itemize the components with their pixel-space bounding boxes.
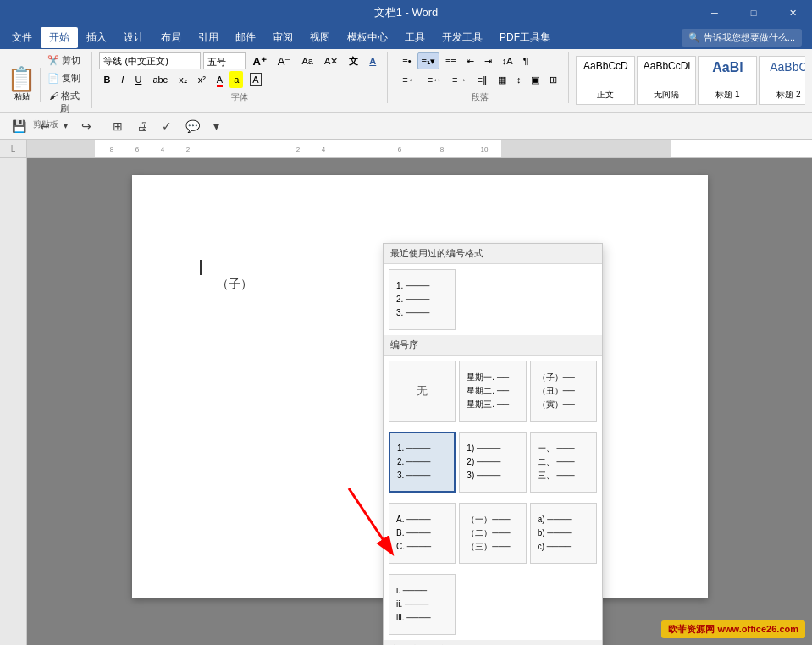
search-bar[interactable]: 🔍 告诉我您想要做什么... bbox=[682, 29, 802, 47]
alpha-option[interactable]: A. ──── B. ──── C. ──── bbox=[389, 503, 456, 564]
text-effect-button[interactable]: A bbox=[365, 52, 380, 69]
font-shrink-button[interactable]: A⁻ bbox=[273, 52, 296, 69]
clear-format-button[interactable]: A✕ bbox=[320, 52, 342, 69]
bold-button[interactable]: B bbox=[99, 71, 114, 88]
justify-button[interactable]: ≡‖ bbox=[473, 71, 492, 88]
sort-button[interactable]: ↕A bbox=[498, 52, 517, 69]
undo-button[interactable]: ↩ bbox=[35, 116, 55, 136]
copy-button[interactable]: 📄 复制 bbox=[44, 70, 86, 86]
subscript-button[interactable]: x₂ bbox=[174, 71, 191, 88]
paren-arabic-option[interactable]: 1) ──── 2) ──── 3) ──── bbox=[459, 432, 526, 493]
numbering-row4: i. ──── ii. ──── iii. ──── bbox=[384, 569, 602, 640]
watermark: 欧菲资源网 www.office26.com bbox=[661, 620, 805, 638]
arabic-option[interactable]: 1. ──── 2. ──── 3. ──── bbox=[389, 432, 456, 493]
title-text: 文档1 - Word bbox=[374, 5, 439, 20]
style-heading1[interactable]: AaBl 标题 1 bbox=[698, 56, 757, 105]
weekday-option[interactable]: 星期一. ── 星期二. ── 星期三. ── bbox=[459, 361, 526, 422]
shading-button[interactable]: ▣ bbox=[527, 71, 544, 88]
char-border-button[interactable]: A bbox=[246, 71, 265, 88]
watermark-text: 欧菲资源网 bbox=[668, 624, 715, 634]
ruler-side: L bbox=[0, 140, 27, 158]
none-option[interactable]: 无 bbox=[389, 361, 456, 422]
underline-button[interactable]: U bbox=[130, 71, 146, 88]
italic-button[interactable]: I bbox=[117, 71, 128, 88]
increase-indent-button[interactable]: ⇥ bbox=[480, 52, 496, 69]
align-right-button[interactable]: ≡→ bbox=[448, 71, 471, 88]
multilevel-button[interactable]: ≡≡ bbox=[441, 52, 461, 69]
decrease-indent-button[interactable]: ⇤ bbox=[462, 52, 478, 69]
font-color-button[interactable]: A bbox=[213, 71, 227, 88]
style-heading2[interactable]: AaBbC 标题 2 bbox=[759, 56, 805, 105]
numbering-dropdown: 最近使用过的编号格式 1. ──── 2. ──── 3. ──── 编号序 无… bbox=[383, 243, 603, 645]
minimize-button[interactable]: ─ bbox=[695, 0, 734, 25]
menu-tools[interactable]: 工具 bbox=[396, 27, 434, 48]
comment-button[interactable]: 💬 bbox=[180, 116, 205, 136]
cut-button[interactable]: ✂️ 剪切 bbox=[44, 52, 86, 69]
doc-text-content: （子） bbox=[217, 277, 252, 290]
menu-home[interactable]: 开始 bbox=[41, 27, 78, 48]
font-size-select[interactable]: 五号 bbox=[203, 52, 246, 69]
clipboard-sep bbox=[40, 68, 41, 102]
undo-dropdown-button[interactable]: ▾ bbox=[58, 118, 73, 134]
numbering-row2: 1. ──── 2. ──── 3. ──── 1) ──── 2) ──── … bbox=[384, 427, 602, 498]
menu-review[interactable]: 审阅 bbox=[264, 27, 301, 48]
menu-design[interactable]: 设计 bbox=[115, 27, 152, 48]
tiangan-option[interactable]: （子）── （丑）── （寅）── bbox=[530, 361, 597, 422]
menu-insert[interactable]: 插入 bbox=[78, 27, 115, 48]
strikethrough-button[interactable]: abc bbox=[148, 71, 172, 88]
style-no-spacing-label: 无间隔 bbox=[654, 89, 679, 101]
menu-references[interactable]: 引用 bbox=[190, 27, 227, 48]
line-spacing-button[interactable]: ↕ bbox=[512, 71, 526, 88]
paste-button[interactable]: 📋 粘贴 bbox=[7, 68, 36, 102]
recent-spacer bbox=[459, 269, 520, 330]
menu-mailings[interactable]: 邮件 bbox=[227, 27, 264, 48]
font-group: 五号 A⁺ A⁻ Aa A✕ 文 A B I U abc x₂ x² A a A… bbox=[99, 52, 388, 103]
doc-text: （子） bbox=[217, 277, 252, 292]
style-normal[interactable]: AaBbCcD 正文 bbox=[576, 56, 635, 105]
redo-button[interactable]: ↪ bbox=[76, 116, 97, 136]
bullets-button[interactable]: ≡• bbox=[398, 52, 415, 69]
sequence-section-title: 编号序 bbox=[384, 335, 602, 356]
document-area[interactable]: （子） 最近使用过的编号格式 1. ──── 2. ──── 3. ──── bbox=[27, 158, 812, 645]
fullwidth-option[interactable]: （一）─── （二）─── （三）─── bbox=[459, 503, 526, 564]
left-sidebar bbox=[0, 158, 27, 645]
roman-option[interactable]: i. ──── ii. ──── iii. ──── bbox=[389, 574, 456, 635]
menu-view[interactable]: 视图 bbox=[301, 27, 339, 48]
font-name-input[interactable] bbox=[99, 52, 201, 69]
style-heading2-label: 标题 2 bbox=[776, 89, 800, 101]
borders-button[interactable]: ⊞ bbox=[545, 71, 561, 88]
ribbon: 📋 粘贴 ✂️ 剪切 📄 复制 🖌 格式刷 剪贴板 五号 A⁺ A⁻ Aa A✕… bbox=[0, 49, 812, 113]
align-center-button[interactable]: ≡↔ bbox=[423, 71, 446, 88]
menu-layout[interactable]: 布局 bbox=[152, 27, 190, 48]
align-left-button[interactable]: ≡← bbox=[398, 71, 421, 88]
recent-option-1[interactable]: 1. ──── 2. ──── 3. ──── bbox=[389, 269, 456, 330]
svg-text:4: 4 bbox=[161, 146, 165, 153]
doc-cursor-area bbox=[200, 260, 202, 275]
highlight-button[interactable]: a bbox=[229, 71, 243, 88]
spelling-button[interactable]: ✓ bbox=[157, 116, 177, 136]
custom-toolbar-button[interactable]: ▾ bbox=[208, 116, 224, 136]
chinese-option[interactable]: 一、 ─── 二、 ─── 三、 ─── bbox=[530, 432, 597, 493]
style-no-spacing[interactable]: AaBbCcDi 无间隔 bbox=[637, 56, 696, 105]
lowercase-option[interactable]: a) ──── b) ──── c) ──── bbox=[530, 503, 597, 564]
view-pages-button[interactable]: ⊞ bbox=[108, 116, 128, 136]
maximize-button[interactable]: □ bbox=[734, 0, 773, 25]
superscript-button[interactable]: x² bbox=[194, 71, 210, 88]
format-painter-button[interactable]: 🖌 格式刷 bbox=[44, 88, 86, 117]
font-grow-button[interactable]: A⁺ bbox=[248, 52, 270, 69]
recent-section-title: 最近使用过的编号格式 bbox=[384, 244, 602, 264]
column-layout-button[interactable]: ▦ bbox=[494, 71, 511, 88]
menu-pdf[interactable]: PDF工具集 bbox=[491, 27, 559, 48]
menu-file[interactable]: 文件 bbox=[3, 27, 41, 48]
menu-templates[interactable]: 模板中心 bbox=[339, 27, 396, 48]
svg-text:6: 6 bbox=[398, 146, 402, 153]
print-preview-button[interactable]: 🖨 bbox=[131, 116, 153, 136]
svg-text:2: 2 bbox=[296, 146, 301, 153]
char-shading-button[interactable]: 文 bbox=[345, 52, 362, 69]
close-button[interactable]: ✕ bbox=[773, 0, 812, 25]
font-aa-button[interactable]: Aa bbox=[297, 52, 317, 69]
menu-developer[interactable]: 开发工具 bbox=[434, 27, 491, 48]
show-marks-button[interactable]: ¶ bbox=[519, 52, 533, 69]
save-button[interactable]: 💾 bbox=[7, 116, 31, 136]
numbering-button[interactable]: ≡₁▾ bbox=[417, 52, 439, 69]
